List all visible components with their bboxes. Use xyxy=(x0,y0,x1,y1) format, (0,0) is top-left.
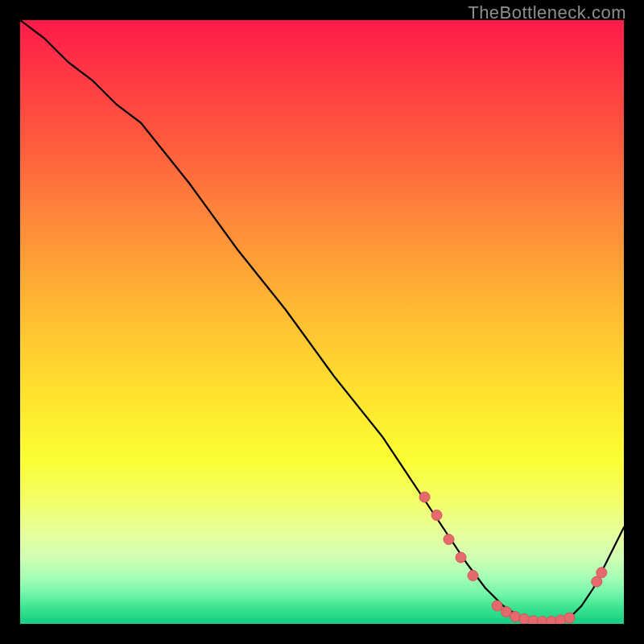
curve-marker xyxy=(431,510,442,521)
curve-marker xyxy=(597,568,607,578)
curve-marker xyxy=(456,552,466,563)
bottleneck-curve xyxy=(20,20,624,622)
curve-marker xyxy=(564,613,575,623)
curve-marker xyxy=(419,492,430,502)
curve-marker xyxy=(492,601,502,611)
curve-markers xyxy=(419,492,607,624)
chart-stage: TheBottleneck.com xyxy=(0,0,644,644)
plot-area xyxy=(20,20,624,624)
curve-marker xyxy=(444,535,454,545)
curve-marker xyxy=(468,571,478,581)
curve-layer xyxy=(20,20,624,624)
